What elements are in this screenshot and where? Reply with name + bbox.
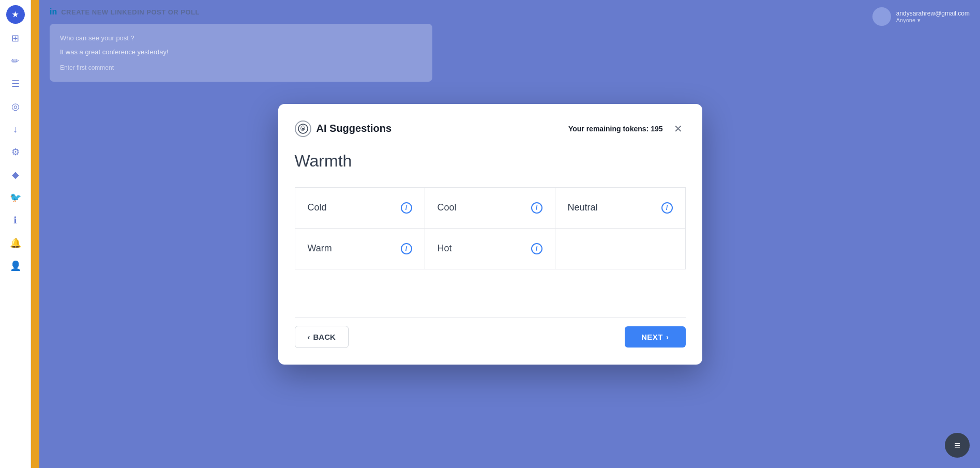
back-chevron-icon: ‹ xyxy=(308,333,310,341)
option-cold-label: Cold xyxy=(308,202,327,213)
option-neutral[interactable]: Neutral i xyxy=(555,187,686,229)
neutral-info-icon[interactable]: i xyxy=(661,202,673,214)
option-hot[interactable]: Hot i xyxy=(425,229,555,269)
cool-info-icon[interactable]: i xyxy=(531,202,542,214)
next-button[interactable]: NEXT › xyxy=(625,326,686,348)
next-chevron-icon: › xyxy=(666,333,669,341)
modal-title-row: AI Suggestions xyxy=(295,120,392,137)
section-title: Warmth xyxy=(295,152,686,171)
empty-cell xyxy=(555,229,686,269)
close-button[interactable]: ✕ xyxy=(671,122,686,136)
cold-info-icon[interactable]: i xyxy=(401,202,412,214)
tokens-display: Your remaining tokens: 195 xyxy=(568,125,663,133)
ai-logo-icon xyxy=(295,120,311,137)
modal-title: AI Suggestions xyxy=(316,123,392,134)
option-warm-label: Warm xyxy=(308,243,332,254)
hot-info-icon[interactable]: i xyxy=(531,243,542,254)
ai-suggestions-modal: AI Suggestions Your remaining tokens: 19… xyxy=(278,104,702,365)
chat-bubble-button[interactable]: ≡ xyxy=(945,433,970,458)
warm-info-icon[interactable]: i xyxy=(401,243,412,254)
option-cold[interactable]: Cold i xyxy=(295,187,425,229)
option-cool-label: Cool xyxy=(438,202,457,213)
modal-header: AI Suggestions Your remaining tokens: 19… xyxy=(295,120,686,137)
back-button[interactable]: ‹ BACK xyxy=(295,326,349,348)
modal-footer: ‹ BACK NEXT › xyxy=(295,317,686,348)
option-neutral-label: Neutral xyxy=(568,202,598,213)
option-cool[interactable]: Cool i xyxy=(425,187,555,229)
svg-point-1 xyxy=(302,128,304,130)
modal-backdrop: AI Suggestions Your remaining tokens: 19… xyxy=(0,0,980,468)
option-warm[interactable]: Warm i xyxy=(295,229,425,269)
option-hot-label: Hot xyxy=(438,243,452,254)
